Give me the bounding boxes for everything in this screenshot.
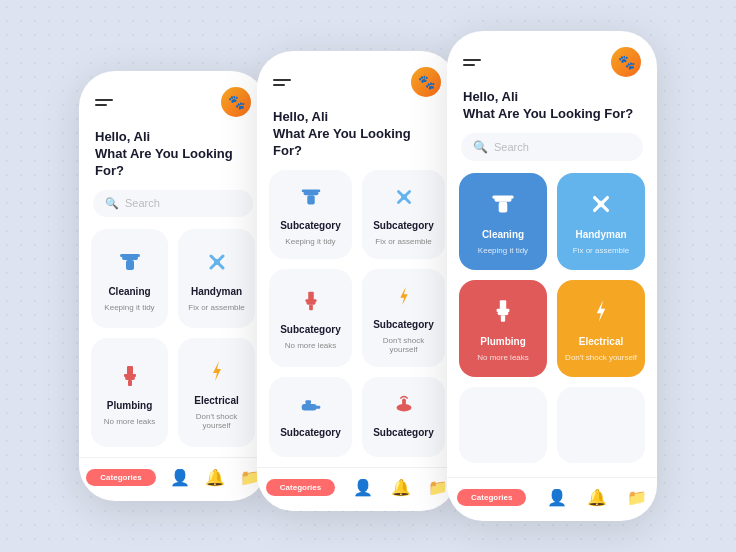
category-cleaning-colored[interactable]: Cleaning Keeping it tidy [459,173,547,270]
sub-cleaning-name: Subcategory [280,220,341,231]
sub-cooking-name: Subcategory [373,427,434,438]
categories-grid-3: Cleaning Keeping it tidy Handyman Fix or… [447,173,657,377]
sub-plumbing-sub: No more leaks [285,341,337,350]
sub-electrical[interactable]: Subcategory Don't shock yourself [362,269,445,367]
search-bar-3[interactable]: 🔍 Search [461,133,643,161]
handyman-icon-colored [586,189,616,223]
search-icon-3: 🔍 [473,140,488,154]
cleaning-icon-colored [488,189,518,223]
nav-categories[interactable]: Categories [86,469,155,486]
nav-files-3[interactable]: 📁 [627,488,647,507]
electrical-name: Electrical [194,395,238,406]
svg-rect-28 [499,202,508,213]
hamburger-icon-3[interactable] [463,59,481,66]
search-bar[interactable]: 🔍 Search [93,190,253,217]
category-plumbing-colored[interactable]: Plumbing No more leaks [459,280,547,377]
phone-2: 🐾 Hello, AliWhat Are You Looking For? Su… [257,51,457,511]
nav-profile[interactable]: 👤 [170,468,190,487]
profile-icon-2: 👤 [353,478,373,497]
bottom-nav-2: Categories 👤 🔔 📁 [257,467,457,511]
category-handyman[interactable]: Handyman Fix or assemble [178,229,255,329]
greeting-2: Hello, AliWhat Are You Looking For? [257,105,457,170]
plumbing-name: Plumbing [107,400,153,411]
sub-plumbing[interactable]: Subcategory No more leaks [269,269,352,367]
svg-rect-9 [124,374,136,377]
svg-rect-2 [120,254,140,257]
sub-handyman-icon [391,184,417,214]
hamburger-icon[interactable] [95,99,113,106]
svg-rect-22 [301,404,316,411]
svg-rect-35 [501,316,505,322]
sub-iron[interactable]: Subcategory [269,377,352,457]
avatar-3[interactable]: 🐾 [611,47,641,77]
sub-extra-2 [557,387,645,463]
sub-handyman[interactable]: Subcategory Fix or assemble [362,170,445,259]
nav-notifications-3[interactable]: 🔔 [587,488,607,507]
bottom-nav-1: Categories 👤 🔔 📁 [79,457,267,501]
svg-rect-36 [497,309,510,312]
nav-notifications[interactable]: 🔔 [205,468,225,487]
sub-electrical-name: Subcategory [373,319,434,330]
nav-profile-2[interactable]: 👤 [353,478,373,497]
cleaning-sub: Keeping it tidy [104,303,154,312]
sub-cleaning[interactable]: Subcategory Keeping it tidy [269,170,352,259]
nav-profile-3[interactable]: 👤 [547,488,567,507]
svg-point-32 [598,201,604,207]
sub-plumbing-name: Subcategory [280,324,341,335]
hamburger-icon-2[interactable] [273,79,291,86]
handyman-name-colored: Handyman [575,229,626,240]
svg-rect-26 [402,399,406,408]
plumbing-icon [116,362,144,394]
files-icon-3: 📁 [627,488,647,507]
sub-electrical-sub: Don't shock yourself [370,336,437,354]
greeting-3: Hello, AliWhat Are You Looking For? [447,85,657,133]
bell-icon-2: 🔔 [391,478,411,497]
cleaning-sub-colored: Keeping it tidy [478,246,528,255]
cleaning-name: Cleaning [108,286,150,297]
greeting-text-2: Hello, AliWhat Are You Looking For? [273,109,441,160]
svg-rect-20 [305,299,316,302]
nav-categories-3[interactable]: Categories [457,489,526,506]
handyman-sub-colored: Fix or assemble [573,246,629,255]
phone-1-header: 🐾 [79,71,267,125]
category-electrical-colored[interactable]: Electrical Don't shock yourself [557,280,645,377]
sub-cooking-icon [391,391,417,421]
sub-handyman-name: Subcategory [373,220,434,231]
phone-1: 🐾 Hello, AliWhat Are You Looking For? 🔍 … [79,71,267,501]
cleaning-icon [116,248,144,280]
sub-cooking[interactable]: Subcategory [362,377,445,457]
greeting: Hello, AliWhat Are You Looking For? [79,125,267,190]
files-icon-2: 📁 [428,478,448,497]
search-placeholder-3: Search [494,141,529,153]
avatar-2[interactable]: 🐾 [411,67,441,97]
sub-iron-icon [298,391,324,421]
svg-point-16 [401,194,407,200]
avatar[interactable]: 🐾 [221,87,251,117]
handyman-sub: Fix or assemble [188,303,244,312]
electrical-name-colored: Electrical [579,336,623,347]
svg-marker-21 [400,287,407,306]
nav-notifications-2[interactable]: 🔔 [391,478,411,497]
category-electrical[interactable]: Electrical Don't shock yourself [178,338,255,447]
nav-categories-2[interactable]: Categories [266,479,335,496]
category-plumbing[interactable]: Plumbing No more leaks [91,338,168,447]
electrical-icon [203,357,231,389]
nav-files-2[interactable]: 📁 [428,478,448,497]
phone-3-header: 🐾 [447,31,657,85]
plumbing-icon-colored [488,296,518,330]
svg-rect-13 [301,190,320,193]
nav-categories-label-2: Categories [280,483,321,492]
bottom-nav-3: Categories 👤 🔔 📁 [447,477,657,521]
svg-marker-10 [213,361,221,381]
profile-icon-3: 👤 [547,488,567,507]
category-handyman-colored[interactable]: Handyman Fix or assemble [557,173,645,270]
sub-handyman-sub: Fix or assemble [375,237,431,246]
phones-container: 🐾 Hello, AliWhat Are You Looking For? 🔍 … [79,31,657,521]
search-placeholder: Search [125,197,160,209]
svg-marker-37 [597,301,606,322]
category-cleaning[interactable]: Cleaning Keeping it tidy [91,229,168,329]
phone-3: 🐾 Hello, AliWhat Are You Looking For? 🔍 … [447,31,657,521]
svg-rect-29 [492,196,513,199]
svg-rect-12 [307,195,314,204]
electrical-sub: Don't shock yourself [186,412,247,430]
